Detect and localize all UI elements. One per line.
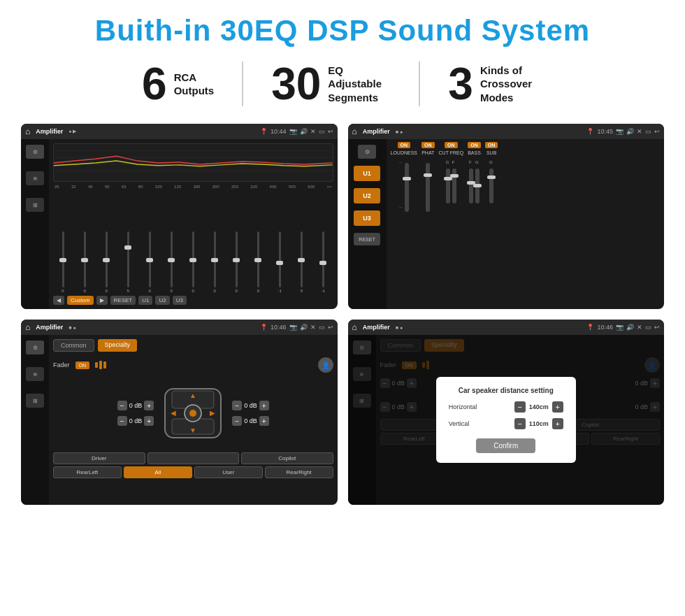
amp-sidebar-icon1[interactable]: ⚙: [358, 145, 376, 159]
eq-u1-btn[interactable]: U1: [138, 296, 152, 305]
dlg-time: 10:46: [597, 324, 613, 331]
amp-controls: ON LOUDNESS ——: [391, 142, 661, 215]
dialog-vertical-ctrl: − 110cm +: [514, 418, 563, 429]
amp-cam-icon: 📷: [616, 128, 623, 135]
topbar-dlg-title: Amplifier: [363, 324, 390, 331]
topbar-amp-icons: 📍 10:45 📷 🔊 ✕ ▭ ↩: [586, 128, 660, 135]
amp-cutfreq-f-thumb: [450, 174, 459, 178]
eq-reset-btn[interactable]: RESET: [110, 296, 136, 305]
bot-left-db: 0 dB: [129, 417, 143, 424]
eq-sidebar-icon3[interactable]: ⊞: [26, 198, 44, 212]
amp-u2-btn[interactable]: U2: [354, 188, 380, 203]
bot-right-minus[interactable]: −: [232, 416, 242, 426]
spk-tab-specialty[interactable]: Specialty: [98, 339, 138, 352]
dialog-vertical-minus[interactable]: −: [514, 418, 526, 429]
user-btn[interactable]: User: [194, 466, 263, 478]
eq-slider-9[interactable]: 0: [226, 231, 246, 293]
amp-loudness-slider[interactable]: [405, 163, 409, 212]
fader-on-badge[interactable]: ON: [75, 361, 90, 369]
eq-slider-2[interactable]: 0: [75, 231, 94, 293]
eq-slider-6[interactable]: 0: [161, 231, 181, 293]
amp-dot-icon: ■ ●: [396, 129, 403, 134]
amp-sub-on[interactable]: ON: [485, 142, 498, 148]
dialog-horizontal-plus[interactable]: +: [552, 401, 563, 413]
eq-sidebar-icon1[interactable]: ⚙: [26, 145, 44, 159]
amp-phat-on[interactable]: ON: [421, 142, 435, 148]
stat-rca: 6 RCA Outputs: [114, 62, 243, 106]
amp-sub-g-slider[interactable]: [489, 169, 493, 203]
eq-sidebar-icon2[interactable]: ≋: [26, 171, 44, 185]
copilot-btn[interactable]: Copilot: [241, 452, 333, 464]
spk-tab-common[interactable]: Common: [53, 339, 94, 352]
eq-u2-btn[interactable]: U2: [155, 296, 169, 305]
topbar-amp: ⌂ Amplifier ■ ● 📍 10:45 📷 🔊 ✕ ▭ ↩: [348, 124, 665, 139]
amp-bass-label: BASS: [468, 150, 481, 155]
eq-slider-7[interactable]: 0: [183, 231, 203, 293]
amp-bass-on[interactable]: ON: [468, 142, 481, 148]
dialog-vertical-label: Vertical: [449, 420, 470, 427]
spk-home-icon[interactable]: ⌂: [25, 322, 30, 332]
spk-sidebar-icon3[interactable]: ⊞: [26, 394, 44, 408]
dialog-horizontal-minus[interactable]: −: [514, 401, 526, 413]
amp-phat-thumb: [424, 173, 432, 177]
dialog-overlay: Car speaker distance setting Horizontal …: [348, 335, 665, 505]
eq-slider-11[interactable]: -1: [270, 231, 289, 293]
rearleft-btn[interactable]: RearLeft: [53, 466, 122, 478]
amp-time: 10:45: [597, 128, 613, 135]
dlg-x-icon: ✕: [637, 324, 642, 331]
dialog-vertical-plus[interactable]: +: [552, 418, 563, 429]
stats-row: 6 RCA Outputs 30 EQ Adjustable Segments …: [21, 62, 664, 106]
top-left-minus[interactable]: −: [117, 401, 127, 410]
eq-slider-1[interactable]: 0: [53, 231, 73, 293]
bot-right-ctrl: − 0 dB +: [232, 416, 269, 426]
eq-curve-svg: [54, 144, 333, 181]
eq-play-btn[interactable]: ▶: [96, 296, 108, 305]
amp-loudness-on[interactable]: ON: [398, 142, 411, 148]
eq-slider-3[interactable]: 0: [96, 231, 116, 293]
driver-btn[interactable]: Driver: [53, 452, 145, 464]
amp-vol-icon: 🔊: [626, 128, 634, 135]
svg-text:▶: ▶: [210, 409, 215, 417]
amp-bass-g-slider[interactable]: [475, 169, 480, 203]
eq-slider-12[interactable]: 0: [291, 231, 311, 293]
spk-sidebar-icon1[interactable]: ⚙: [26, 341, 44, 354]
amp-cutfreq-on[interactable]: ON: [445, 142, 458, 148]
amp-cutfreq-f-slider[interactable]: [452, 169, 456, 203]
eq-slider-4[interactable]: 5: [118, 231, 138, 293]
topbar-eq: ⌂ Amplifier ● ▶ 📍 10:44 📷 🔊 ✕ ▭ ↩: [21, 124, 338, 139]
home-icon[interactable]: ⌂: [25, 127, 30, 136]
car-diagram-svg: ▲ ▼ ◀ ▶: [158, 378, 228, 448]
amp-cutfreq-g-slider[interactable]: [446, 169, 450, 203]
rearright-btn[interactable]: RearRight: [265, 466, 333, 478]
top-right-minus[interactable]: −: [232, 401, 242, 410]
bot-left-plus[interactable]: +: [144, 416, 154, 426]
top-left-plus[interactable]: +: [144, 401, 154, 410]
top-right-plus[interactable]: +: [259, 401, 269, 410]
all-btn[interactable]: All: [124, 466, 192, 478]
bot-left-minus[interactable]: −: [117, 416, 127, 426]
eq-u3-btn[interactable]: U3: [173, 296, 187, 305]
eq-main: 2532 4050 6380 100125 160200 250320 4005…: [49, 139, 338, 309]
confirm-button[interactable]: Confirm: [476, 438, 535, 453]
bot-right-plus[interactable]: +: [259, 416, 269, 426]
top-right-ctrl: − 0 dB +: [232, 401, 269, 410]
topbar-eq-title: Amplifier: [36, 128, 63, 135]
spk-cam-icon: 📷: [289, 324, 297, 331]
amp-reset-btn[interactable]: RESET: [354, 233, 380, 245]
eq-slider-10[interactable]: 0: [248, 231, 268, 293]
eq-slider-13[interactable]: -1: [313, 231, 333, 293]
stat-crossover-text: Kinds of Crossover Modes: [480, 64, 543, 105]
eq-prev-btn[interactable]: ◀: [53, 296, 64, 305]
amp-phat-slider[interactable]: [426, 163, 430, 212]
amp-loudness-label: LOUDNESS: [391, 150, 418, 155]
spk-sidebar-icon2[interactable]: ≋: [26, 367, 44, 381]
eq-slider-8[interactable]: 0: [205, 231, 224, 293]
dlg-home-icon[interactable]: ⌂: [352, 322, 357, 332]
eq-slider-5[interactable]: 0: [140, 231, 159, 293]
amp-home-icon[interactable]: ⌂: [352, 127, 357, 136]
amp-u3-btn[interactable]: U3: [354, 210, 380, 226]
fader-bar-1: [95, 362, 98, 368]
eq-custom-btn[interactable]: Custom: [67, 296, 94, 305]
screen-speaker: ⌂ Amplifier ■ ● 📍 10:46 📷 🔊 ✕ ▭ ↩ ⚙ ≋ ⊞: [21, 320, 338, 505]
amp-u1-btn[interactable]: U1: [354, 166, 380, 181]
